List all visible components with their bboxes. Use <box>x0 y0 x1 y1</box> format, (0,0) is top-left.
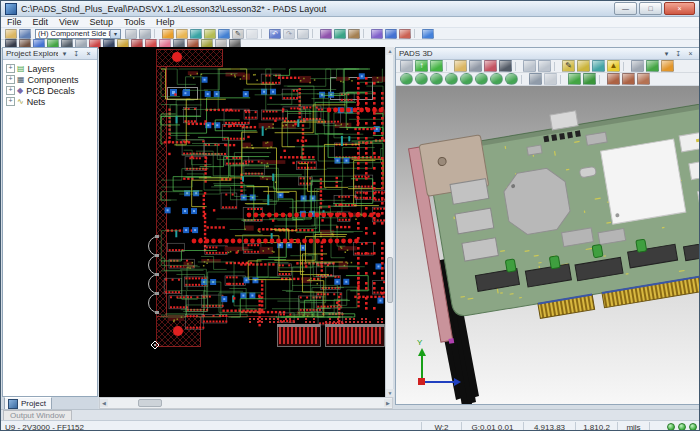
scroll-left-icon[interactable]: ◀ <box>100 399 108 407</box>
view-right-icon[interactable] <box>445 73 458 85</box>
zoom-in-3d-icon[interactable] <box>523 60 536 72</box>
view-red-icon[interactable] <box>484 60 497 72</box>
status-line-width: W:2 <box>421 422 461 431</box>
zoom-icon[interactable] <box>297 29 309 39</box>
status-leds <box>649 422 700 431</box>
measure-angle-icon[interactable] <box>577 60 590 72</box>
pan-up-icon[interactable]: ↑ <box>415 60 428 72</box>
layers-icon[interactable] <box>218 29 230 39</box>
view-left-icon[interactable] <box>430 73 443 85</box>
horizontal-scroll-thumb[interactable] <box>138 399 162 407</box>
pin-icon[interactable]: ↧ <box>71 48 82 59</box>
warnings-icon[interactable]: ▲ <box>607 60 620 72</box>
board-3d-scene[interactable]: Y <box>396 86 699 404</box>
sync-board-icon[interactable] <box>583 73 596 85</box>
orange-sphere-icon[interactable] <box>661 60 674 72</box>
panel-menu-icon[interactable]: ▾ <box>59 48 70 59</box>
chevron-down-icon[interactable]: ▾ <box>110 30 120 38</box>
maximize-button[interactable]: □ <box>639 2 662 15</box>
zoom-window-3d-icon[interactable] <box>538 60 551 72</box>
title-bar[interactable]: C:\PADS_Stnd_Plus_Eval\PADSVX.1.2\Lesson… <box>1 1 699 17</box>
pcb-canvas[interactable] <box>99 47 385 397</box>
paste-icon[interactable] <box>139 29 151 39</box>
rotate-view-icon[interactable] <box>430 60 443 72</box>
menu-setup[interactable]: Setup <box>89 17 113 27</box>
toolbar-separator <box>414 29 419 38</box>
select-3d-icon[interactable] <box>400 60 413 72</box>
pads3d-viewport[interactable]: Y <box>396 86 699 404</box>
view-dark-icon[interactable] <box>499 60 512 72</box>
scroll-down-icon[interactable]: ▼ <box>386 389 394 397</box>
pcb-horizontal-scrollbar[interactable]: ◀ ▶ <box>99 397 393 409</box>
route-icon[interactable] <box>162 29 174 39</box>
update-board-icon[interactable] <box>568 73 581 85</box>
probe-icon[interactable] <box>592 60 605 72</box>
pads3d-header[interactable]: PADS 3D ▾ ↧ × <box>396 48 699 60</box>
minimize-button[interactable]: — <box>614 2 637 15</box>
menu-help[interactable]: Help <box>156 17 175 27</box>
expander-icon[interactable]: + <box>6 64 15 73</box>
view-bottom-icon[interactable] <box>475 73 488 85</box>
pcb-vertical-scrollbar[interactable]: ▲ ▼ <box>385 47 393 397</box>
vertical-scroll-thumb[interactable] <box>387 257 393 303</box>
layer-selector[interactable]: (H) Component Side Lay ▾ <box>35 29 121 39</box>
expander-icon[interactable]: + <box>6 97 15 106</box>
autoroute-icon[interactable] <box>176 29 188 39</box>
save-file-icon[interactable] <box>19 29 31 39</box>
main-toolbar-row1-right: ✎↶↷ <box>124 29 435 39</box>
help-doc-icon[interactable] <box>422 29 434 39</box>
filter-teal-icon[interactable] <box>334 29 346 39</box>
toolbar-separator <box>515 62 520 71</box>
tree-item-layers[interactable]: +▤Layers <box>3 63 97 74</box>
pencil-icon[interactable]: ✎ <box>232 29 244 39</box>
grid-icon[interactable] <box>204 29 216 39</box>
menu-tools[interactable]: Tools <box>124 17 145 27</box>
measure-icon[interactable]: ✎ <box>562 60 575 72</box>
dim-tool-icon[interactable] <box>246 29 258 39</box>
close-button[interactable]: × <box>664 2 695 15</box>
view-iso-icon[interactable] <box>490 73 503 85</box>
world-view-icon[interactable] <box>190 29 202 39</box>
snapshot-icon[interactable] <box>631 60 644 72</box>
zoom-mode-icon[interactable] <box>399 29 411 39</box>
cursor-3d-icon[interactable] <box>544 73 557 85</box>
scroll-right-icon[interactable]: ▶ <box>384 399 392 407</box>
clip-plane-z-icon[interactable] <box>637 73 650 85</box>
expander-icon[interactable]: + <box>6 86 15 95</box>
project-explorer-header[interactable]: Project Explorer ▾ ↧ × <box>3 48 97 60</box>
tree-item-components[interactable]: +▦Components <box>3 74 97 85</box>
clip-plane-x-icon[interactable] <box>607 73 620 85</box>
tree-item-pcb-decals[interactable]: +◆PCB Decals <box>3 85 97 96</box>
window-purple-icon[interactable] <box>371 29 383 39</box>
pcb-view: ▲ ▼ <box>99 47 393 397</box>
filter-brown-icon[interactable] <box>348 29 360 39</box>
undo-icon[interactable]: ↶ <box>269 29 281 39</box>
open-3d-icon[interactable] <box>454 60 467 72</box>
menu-view[interactable]: View <box>59 17 78 27</box>
grid-points-icon[interactable] <box>529 73 542 85</box>
scroll-up-icon[interactable]: ▲ <box>386 47 394 55</box>
menu-file[interactable]: File <box>7 17 22 27</box>
close-icon[interactable]: × <box>83 48 94 59</box>
view-back-icon[interactable] <box>415 73 428 85</box>
view-front-icon[interactable] <box>400 73 413 85</box>
redo-icon[interactable]: ↷ <box>283 29 295 39</box>
clip-plane-y-icon[interactable] <box>622 73 635 85</box>
export-3d-icon[interactable] <box>469 60 482 72</box>
refresh-3d-icon[interactable] <box>646 60 659 72</box>
open-file-icon[interactable] <box>5 29 17 39</box>
expander-icon[interactable]: + <box>6 75 15 84</box>
view-custom-icon[interactable] <box>505 73 518 85</box>
filter-purple-icon[interactable] <box>320 29 332 39</box>
window-blue-icon[interactable] <box>385 29 397 39</box>
bracket-pin <box>448 338 454 344</box>
menu-edit[interactable]: Edit <box>33 17 49 27</box>
app-icon <box>5 3 17 15</box>
tree-item-nets[interactable]: +∿Nets <box>3 96 97 107</box>
panel-menu-icon[interactable]: ▾ <box>661 48 672 59</box>
view-top-icon[interactable] <box>460 73 473 85</box>
close-icon[interactable]: × <box>685 48 696 59</box>
project-explorer-panel: Project Explorer ▾ ↧ × +▤Layers+▦Compone… <box>2 47 98 397</box>
copy-icon[interactable] <box>125 29 137 39</box>
pin-icon[interactable]: ↧ <box>673 48 684 59</box>
